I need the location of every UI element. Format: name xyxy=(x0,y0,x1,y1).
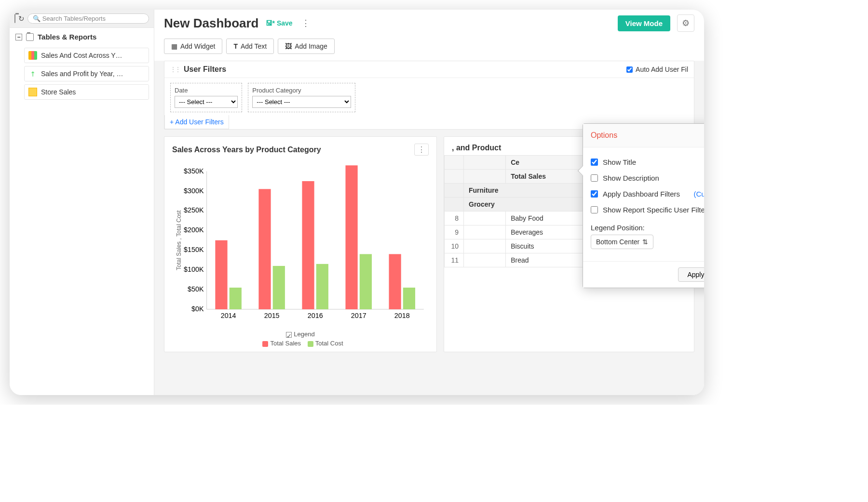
svg-text:2017: 2017 xyxy=(351,312,366,319)
legend-toggle[interactable]: ✓Legend xyxy=(164,329,436,338)
filter-date-select[interactable]: --- Select --- xyxy=(175,96,238,108)
text-icon: T xyxy=(233,42,238,50)
svg-text:$150K: $150K xyxy=(184,246,204,253)
more-icon[interactable]: ⋮ xyxy=(299,18,312,28)
search-placeholder: Search Tables/Reports xyxy=(42,15,106,22)
table-icon xyxy=(28,88,37,96)
auto-add-label: Auto Add User Fil xyxy=(636,66,688,73)
filter-category: Product Category --- Select --- xyxy=(248,83,355,112)
customize-link[interactable]: (Customize) xyxy=(693,190,704,198)
apply-filters-checkbox[interactable] xyxy=(591,190,598,198)
sidebar: ↻ 🔍 Search Tables/Reports − Tables & Rep… xyxy=(10,10,154,395)
add-image-label: Add Image xyxy=(295,42,327,50)
updown-icon: ⇅ xyxy=(642,238,648,246)
checkbox-icon: ✓ xyxy=(286,332,292,338)
sidebar-title: Tables & Reports xyxy=(38,33,96,41)
folder-icon[interactable] xyxy=(14,14,15,23)
svg-text:$50K: $50K xyxy=(188,285,204,293)
svg-rect-21 xyxy=(360,254,372,309)
options-popover: Options ✕ Show Title Show Description Ap… xyxy=(583,123,704,288)
filter-date: Date --- Select --- xyxy=(170,83,242,112)
svg-rect-20 xyxy=(345,165,357,309)
opt-label: Show Title xyxy=(603,158,636,166)
legend-value: Bottom Center xyxy=(596,238,639,246)
legend: Total Sales Total Cost xyxy=(164,338,436,347)
filter-category-select[interactable]: --- Select --- xyxy=(252,96,351,108)
bar-chart-icon xyxy=(28,51,37,60)
svg-text:Total Sales , Total Cost: Total Sales , Total Cost xyxy=(176,210,182,270)
sidebar-item-label: Store Sales xyxy=(41,88,76,96)
add-widget-label: Add Widget xyxy=(180,42,215,50)
svg-rect-24 xyxy=(403,288,415,309)
sidebar-item-sales-profit[interactable]: ↗ Sales and Profit by Year, … xyxy=(24,66,149,81)
chart-more-icon[interactable]: ⋮ xyxy=(414,144,429,156)
svg-text:$350K: $350K xyxy=(184,167,204,175)
popover-title: Options xyxy=(591,131,617,140)
view-mode-button[interactable]: View Mode xyxy=(618,15,670,31)
legend-swatch-sales xyxy=(262,341,268,347)
filter-label: Product Category xyxy=(252,87,301,94)
legend-item: Total Sales xyxy=(270,340,301,347)
sidebar-header[interactable]: − Tables & Reports xyxy=(10,28,154,46)
svg-text:2016: 2016 xyxy=(308,312,323,319)
sidebar-item-label: Sales and Profit by Year, … xyxy=(41,70,123,78)
show-specific-checkbox[interactable] xyxy=(591,206,598,213)
chart-title: Sales Across Years by Product Category xyxy=(172,145,321,154)
show-desc-checkbox[interactable] xyxy=(591,174,598,182)
legend-position-select[interactable]: Bottom Center ⇅ xyxy=(591,235,653,249)
svg-rect-17 xyxy=(302,181,314,309)
svg-rect-12 xyxy=(230,288,242,309)
show-title-checkbox[interactable] xyxy=(591,159,598,166)
bar-chart: $0K$50K$100K$150K$200K$250K$300K$350KTot… xyxy=(172,163,429,327)
opt-label: Show Description xyxy=(603,174,659,182)
add-filters-button[interactable]: + Add User Filters xyxy=(164,115,229,129)
folder-icon xyxy=(26,33,34,41)
refresh-icon[interactable]: ↻ xyxy=(18,14,25,23)
add-image-button[interactable]: 🖼Add Image xyxy=(278,39,335,54)
legend-item: Total Cost xyxy=(315,340,343,347)
filter-label: Date xyxy=(175,87,188,94)
add-text-label: Add Text xyxy=(241,42,267,50)
auto-add-checkbox[interactable]: Auto Add User Fil xyxy=(626,66,688,73)
opt-label: Apply Dashboard Filters xyxy=(603,190,680,198)
save-icon: 🖫* xyxy=(266,19,275,27)
save-button[interactable]: 🖫* Save xyxy=(266,19,293,27)
add-text-button[interactable]: TAdd Text xyxy=(226,39,274,54)
user-filters-card: ⋮⋮ User Filters Auto Add User Fil Date -… xyxy=(164,61,694,130)
svg-rect-15 xyxy=(273,266,285,309)
search-input[interactable]: 🔍 Search Tables/Reports xyxy=(27,13,149,24)
table-title: , and Product xyxy=(452,144,501,152)
add-widget-button[interactable]: ▦Add Widget xyxy=(164,39,222,54)
sidebar-item-store-sales[interactable]: Store Sales xyxy=(24,84,149,100)
auto-add-input[interactable] xyxy=(626,66,633,73)
svg-text:2014: 2014 xyxy=(221,312,236,319)
svg-text:2015: 2015 xyxy=(264,312,280,319)
sidebar-item-sales-cost[interactable]: Sales And Cost Across Y… xyxy=(24,48,149,63)
svg-rect-23 xyxy=(389,254,401,309)
svg-text:$200K: $200K xyxy=(184,226,204,234)
svg-rect-11 xyxy=(215,240,227,309)
save-label: Save xyxy=(277,19,293,27)
image-icon: 🖼 xyxy=(285,42,292,50)
chart-card: Sales Across Years by Product Category ⋮… xyxy=(164,136,437,352)
svg-text:$300K: $300K xyxy=(184,187,204,195)
svg-text:$100K: $100K xyxy=(184,265,204,273)
sidebar-item-label: Sales And Cost Across Y… xyxy=(41,52,122,59)
collapse-icon[interactable]: − xyxy=(15,34,22,40)
svg-text:2018: 2018 xyxy=(394,312,410,319)
legend-label: Legend xyxy=(294,330,314,338)
trend-arrow-icon: ↗ xyxy=(27,67,39,79)
legend-position-label: Legend Position: xyxy=(591,224,704,232)
add-filters-label: Add User Filters xyxy=(175,118,223,126)
widget-icon: ▦ xyxy=(171,42,177,50)
svg-rect-14 xyxy=(258,189,271,309)
gear-icon[interactable]: ⚙ xyxy=(677,14,694,32)
svg-rect-18 xyxy=(316,264,328,309)
filters-title: User Filters xyxy=(184,65,226,74)
opt-label: Show Report Specific User Filter xyxy=(603,206,704,214)
drag-grip-icon[interactable]: ⋮⋮ xyxy=(170,66,180,73)
svg-text:$250K: $250K xyxy=(184,206,204,214)
legend-swatch-cost xyxy=(308,341,313,347)
apply-button[interactable]: Apply xyxy=(678,267,704,282)
svg-text:$0K: $0K xyxy=(191,305,204,313)
